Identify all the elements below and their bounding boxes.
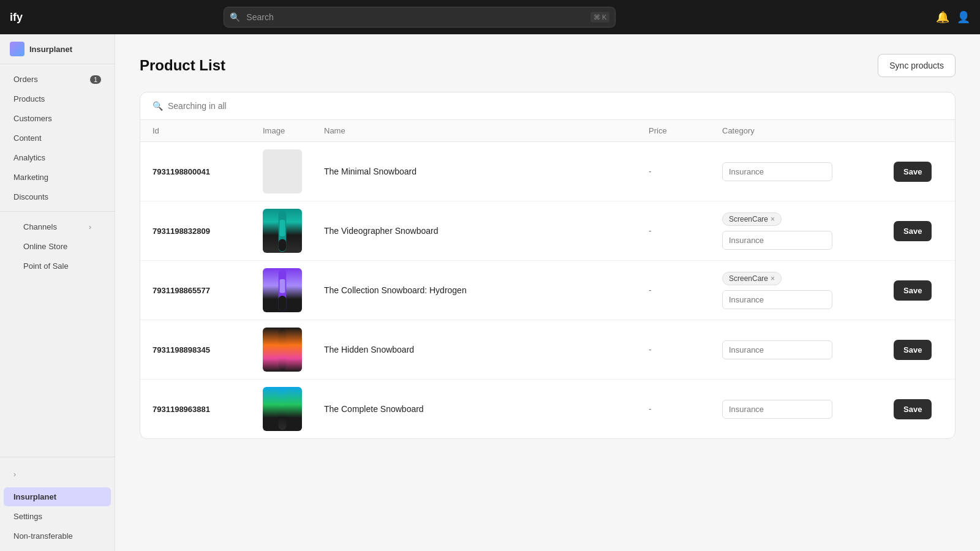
sidebar-label-orders: Orders [13,75,38,84]
sync-products-button[interactable]: Sync products [878,54,956,77]
product-name: The Collection Snowboard: Hydrogen [324,285,649,295]
header-id: Id [153,126,263,135]
category-tag: ScreenCare × [722,212,782,226]
sidebar-item-discounts[interactable]: Discounts [4,187,111,206]
sidebar-nav: Orders 1 Products Customers Content Anal… [0,64,115,457]
sidebar-label-analytics: Analytics [13,153,45,162]
table-header: Id Image Name Price Category [140,120,955,142]
product-id: 7931198865577 [153,286,263,295]
sidebar-org-insurplanet[interactable]: Insurplanet [4,487,111,506]
sidebar-label-channels: Channels [23,222,57,231]
product-price: - [649,345,722,354]
chevron-down-icon: › [13,470,16,479]
main-layout: Insurplanet Orders 1 Products Customers … [0,34,980,551]
sidebar-item-customers[interactable]: Customers [4,109,111,128]
category-input[interactable] [722,290,832,309]
product-name: The Hidden Snowboard [324,345,649,354]
category-input[interactable] [722,231,832,250]
category-tags: ScreenCare × [722,212,894,226]
sidebar-label-content: Content [13,133,42,143]
sidebar-item-marketing[interactable]: Marketing [4,168,111,187]
save-button[interactable]: Save [894,399,932,419]
svg-rect-4 [280,279,285,293]
search-container: 🔍 ⌘ K [224,7,616,28]
page-title: Product List [140,57,225,74]
sidebar-item-orders[interactable]: Orders 1 [4,70,111,89]
save-button[interactable]: Save [894,280,932,301]
search-input[interactable] [224,7,616,28]
header-actions [894,126,943,135]
save-button-cell: Save [894,280,943,301]
sidebar-label-discounts: Discounts [13,192,48,201]
product-image [263,209,302,253]
sidebar-item-content[interactable]: Content [4,129,111,148]
table-row: 7931198832809 The Videographer Snowboard… [140,201,955,261]
product-price: - [649,285,722,295]
save-button[interactable]: Save [894,221,932,241]
product-image [263,149,302,193]
sidebar-item-online-store[interactable]: Online Store [13,237,101,256]
product-category: ScreenCare × [722,212,894,250]
header-name: Name [324,126,649,135]
sidebar-bottom: › Insurplanet Settings Non-transferable [0,457,115,551]
sidebar-item-products[interactable]: Products [4,89,111,108]
search-bar-icon: 🔍 [153,101,163,111]
sidebar-org-settings[interactable]: Settings [4,507,111,526]
tag-label: ScreenCare [729,274,768,283]
sidebar-label-marketing: Marketing [13,173,48,182]
sidebar-item-channels[interactable]: Channels › [13,217,101,236]
category-tag: ScreenCare × [722,272,782,285]
orders-badge: 1 [90,75,101,84]
avatar-icon[interactable]: 👤 [957,10,970,24]
sidebar-label-online-store: Online Store [23,242,67,251]
product-id: 7931198832809 [153,227,263,236]
save-button[interactable]: Save [894,162,932,182]
product-search-input[interactable] [168,101,943,111]
product-id: 7931198963881 [153,405,263,414]
product-image [263,268,302,312]
header-image: Image [263,126,324,135]
header-price: Price [649,126,722,135]
product-image [263,387,302,431]
store-icon [10,42,24,56]
svg-rect-7 [279,388,287,430]
sidebar-label-products: Products [13,94,45,103]
svg-rect-1 [280,220,285,236]
category-input[interactable] [722,340,832,359]
svg-rect-6 [279,329,287,370]
product-category: ScreenCare × [722,272,894,309]
page-header: Product List Sync products [140,54,956,77]
table-row: 7931198898345 T [140,320,955,380]
product-category [722,400,894,419]
search-shortcut: ⌘ K [590,12,609,23]
category-input[interactable] [722,162,832,181]
sidebar: Insurplanet Orders 1 Products Customers … [0,34,115,551]
store-section: Insurplanet [0,34,115,64]
svg-rect-2 [279,239,287,252]
header-category: Category [722,126,894,135]
top-navigation: ify 🔍 ⌘ K 🔔 👤 [0,0,980,34]
notifications-icon[interactable]: 🔔 [936,10,949,24]
main-content: Product List Sync products 🔍 Id Image Na… [115,34,980,551]
product-id: 7931198898345 [153,345,263,354]
save-button-cell: Save [894,162,943,182]
save-button-cell: Save [894,340,943,360]
table-row: 7931198865577 The Collection Snowboard: … [140,261,955,320]
save-button-cell: Save [894,221,943,241]
product-list-card: 🔍 Id Image Name Price Category 793119880… [140,92,956,439]
tag-remove-button[interactable]: × [771,274,775,283]
sidebar-org-non-transferable[interactable]: Non-transferable [4,527,111,545]
table-row: 7931198963881 T [140,380,955,438]
sidebar-item-expand[interactable]: › [4,465,111,484]
tag-remove-button[interactable]: × [771,215,775,223]
sidebar-item-point-of-sale[interactable]: Point of Sale [13,257,101,276]
topnav-right: 🔔 👤 [936,10,970,24]
sidebar-item-analytics[interactable]: Analytics [4,148,111,167]
save-button[interactable]: Save [894,340,932,360]
tag-label: ScreenCare [729,215,768,223]
sidebar-label-point-of-sale: Point of Sale [23,261,69,271]
app-logo: ify [10,11,59,24]
category-input[interactable] [722,400,832,419]
chevron-right-icon: › [89,223,91,231]
store-name: Insurplanet [29,45,72,54]
